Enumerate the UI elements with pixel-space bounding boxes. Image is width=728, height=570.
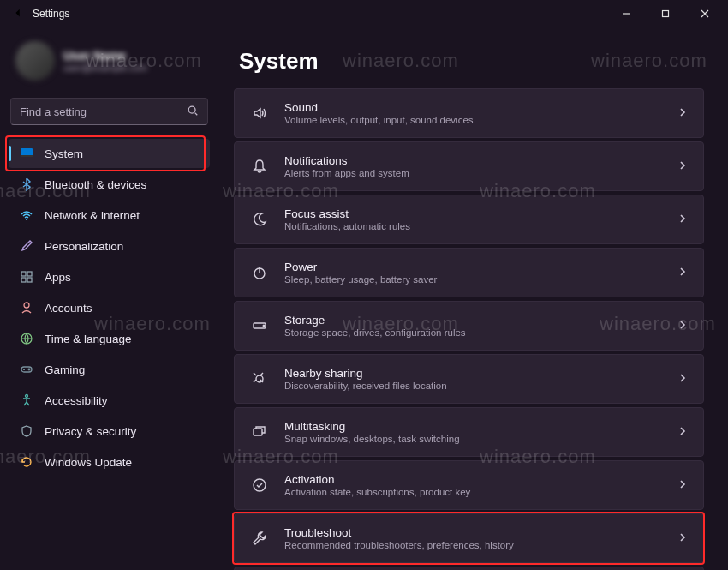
row-storage[interactable]: StorageStorage space, drives, configurat… xyxy=(234,301,704,351)
row-desc: Recommended troubleshooters, preferences… xyxy=(284,540,514,550)
wrench-icon xyxy=(250,529,269,548)
sound-icon xyxy=(250,104,269,123)
minimize-button[interactable] xyxy=(606,0,646,27)
svg-point-4 xyxy=(26,219,27,220)
row-desc: Discoverability, received files location xyxy=(284,381,447,391)
sidebar-item-bluetooth[interactable]: Bluetooth & devices xyxy=(9,170,210,199)
chevron-right-icon xyxy=(677,426,688,439)
display-icon xyxy=(19,146,34,161)
sidebar-item-network[interactable]: Network & internet xyxy=(9,201,210,230)
search-input[interactable] xyxy=(20,105,187,118)
sidebar-item-label: Network & internet xyxy=(45,209,140,222)
windows-stack-icon xyxy=(250,423,269,441)
svg-point-17 xyxy=(256,375,263,382)
row-activation[interactable]: ActivationActivation state, subscription… xyxy=(234,460,704,510)
svg-rect-5 xyxy=(21,272,26,276)
share-icon xyxy=(250,369,269,388)
row-sound[interactable]: SoundVolume levels, output, input, sound… xyxy=(234,88,704,138)
svg-rect-0 xyxy=(663,11,669,17)
svg-point-19 xyxy=(254,479,266,491)
maximize-button[interactable] xyxy=(646,0,685,27)
sidebar: User Name user@example.com System Blueto… xyxy=(0,27,218,570)
avatar xyxy=(15,41,55,81)
accessibility-icon xyxy=(19,393,34,408)
sidebar-item-label: Bluetooth & devices xyxy=(45,178,146,191)
gamepad-icon xyxy=(19,362,34,377)
chevron-right-icon xyxy=(677,479,688,492)
row-recovery[interactable]: RecoveryReset, advanced startup, go back xyxy=(234,567,704,570)
svg-point-12 xyxy=(28,369,30,370)
chevron-right-icon xyxy=(677,267,688,279)
sidebar-item-label: System xyxy=(45,147,83,160)
svg-rect-8 xyxy=(27,278,32,282)
search-icon xyxy=(187,105,199,119)
profile-email: user@example.com xyxy=(63,63,147,73)
person-icon xyxy=(19,300,34,315)
drive-icon xyxy=(250,316,269,335)
sidebar-item-time-language[interactable]: Time & language xyxy=(9,324,210,353)
chevron-right-icon xyxy=(677,213,688,226)
sidebar-item-personalization[interactable]: Personalization xyxy=(9,231,210,261)
sidebar-item-accounts[interactable]: Accounts xyxy=(9,293,210,322)
row-title: Sound xyxy=(284,101,474,114)
sidebar-item-label: Privacy & security xyxy=(45,425,136,438)
chevron-right-icon xyxy=(677,107,688,120)
check-circle-icon xyxy=(250,476,269,495)
row-title: Activation xyxy=(284,473,470,486)
window-titlebar: Settings xyxy=(0,0,728,27)
settings-list: SoundVolume levels, output, input, sound… xyxy=(234,88,704,570)
row-title: Power xyxy=(284,261,437,273)
row-multitasking[interactable]: MultitaskingSnap windows, desktops, task… xyxy=(234,407,704,457)
chevron-right-icon xyxy=(677,532,688,545)
close-button[interactable] xyxy=(685,0,725,27)
row-power[interactable]: PowerSleep, battery usage, battery saver xyxy=(234,248,704,297)
profile-name: User Name xyxy=(63,49,147,63)
row-notifications[interactable]: NotificationsAlerts from apps and system xyxy=(234,141,704,191)
row-title: Notifications xyxy=(284,154,409,167)
row-desc: Notifications, automatic rules xyxy=(284,221,410,231)
row-troubleshoot[interactable]: TroubleshootRecommended troubleshooters,… xyxy=(234,513,704,563)
sidebar-item-windows-update[interactable]: Windows Update xyxy=(9,447,210,477)
sidebar-item-gaming[interactable]: Gaming xyxy=(9,355,210,384)
sidebar-item-label: Time & language xyxy=(45,333,132,345)
row-desc: Snap windows, desktops, task switching xyxy=(284,434,460,444)
profile-card[interactable]: User Name user@example.com xyxy=(9,36,210,86)
row-title: Multitasking xyxy=(284,420,460,433)
globe-icon xyxy=(19,331,34,346)
svg-point-1 xyxy=(188,106,195,113)
sidebar-item-accessibility[interactable]: Accessibility xyxy=(9,386,210,415)
row-title: Troubleshoot xyxy=(284,526,514,539)
sidebar-item-privacy[interactable]: Privacy & security xyxy=(9,417,210,446)
moon-icon xyxy=(250,210,269,229)
sidebar-item-apps[interactable]: Apps xyxy=(9,262,210,291)
sidebar-item-system[interactable]: System xyxy=(9,139,210,168)
window-title: Settings xyxy=(33,8,69,20)
power-icon xyxy=(250,263,269,282)
svg-rect-3 xyxy=(21,155,33,157)
main-panel: System SoundVolume levels, output, input… xyxy=(218,27,728,570)
sidebar-item-label: Accounts xyxy=(45,302,92,315)
row-desc: Alerts from apps and system xyxy=(284,168,409,178)
chevron-right-icon xyxy=(677,320,688,333)
sidebar-item-label: Accessibility xyxy=(45,394,108,407)
bluetooth-icon xyxy=(19,177,34,192)
svg-point-9 xyxy=(24,303,29,308)
svg-rect-18 xyxy=(254,429,262,435)
row-desc: Activation state, subscriptions, product… xyxy=(284,487,470,497)
row-desc: Sleep, battery usage, battery saver xyxy=(284,274,437,285)
sidebar-item-label: Apps xyxy=(45,271,71,284)
row-title: Storage xyxy=(284,314,466,327)
page-title: System xyxy=(239,48,704,75)
back-button[interactable] xyxy=(12,7,24,21)
chevron-right-icon xyxy=(677,160,688,173)
chevron-right-icon xyxy=(677,373,688,386)
svg-point-16 xyxy=(263,325,265,327)
row-nearby-sharing[interactable]: Nearby sharingDiscoverability, received … xyxy=(234,354,704,404)
row-title: Focus assist xyxy=(284,207,410,220)
sidebar-item-label: Windows Update xyxy=(45,456,132,469)
row-desc: Storage space, drives, configuration rul… xyxy=(284,327,466,338)
search-box[interactable] xyxy=(10,98,208,125)
update-icon xyxy=(19,454,34,470)
row-focus-assist[interactable]: Focus assistNotifications, automatic rul… xyxy=(234,195,704,244)
shield-icon xyxy=(19,423,34,439)
